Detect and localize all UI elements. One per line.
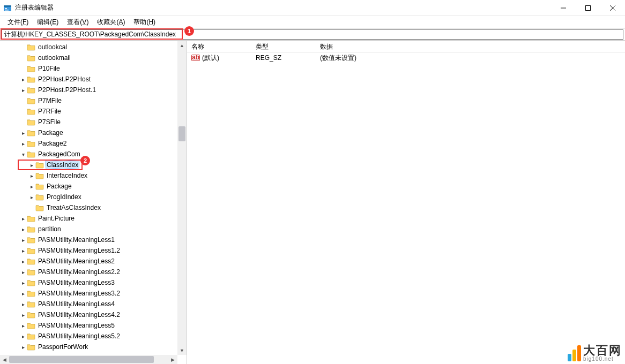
tree-node-label: P7SFile bbox=[37, 118, 62, 126]
tree-node[interactable]: ▸PASMUtility.MeaningLess3.2 bbox=[0, 288, 177, 299]
tree-node[interactable]: outlookmail bbox=[0, 52, 177, 63]
value-name: (默认) bbox=[202, 54, 219, 63]
tree-node-label: P10File bbox=[37, 65, 61, 72]
expand-icon[interactable]: ▸ bbox=[19, 141, 27, 147]
tree-node[interactable]: ▸Paint.Picture bbox=[0, 213, 177, 224]
values-header[interactable]: 名称 类型 数据 bbox=[187, 41, 625, 52]
tree-node[interactable]: ▸P2PHost.P2PHost bbox=[0, 74, 177, 85]
expand-icon[interactable]: ▸ bbox=[19, 291, 27, 297]
menu-favorites[interactable]: 收藏夹(A) bbox=[93, 16, 129, 28]
tree-node[interactable]: TreatAsClassIndex bbox=[0, 202, 177, 213]
values-list[interactable]: ab(默认)REG_SZ(数值未设置) bbox=[187, 52, 625, 63]
tree-node-label: PASMUtility.MeaningLess5.2 bbox=[37, 332, 121, 340]
tree-node[interactable]: P10File bbox=[0, 63, 177, 74]
maximize-button[interactable] bbox=[576, 0, 600, 16]
expand-icon[interactable]: ▸ bbox=[19, 87, 27, 93]
tree-node[interactable]: ▸PASMUtility.MeaningLess2 bbox=[0, 256, 177, 267]
scroll-thumb-h[interactable] bbox=[9, 356, 154, 363]
registry-tree[interactable]: outlookcaloutlookmailP10File▸P2PHost.P2P… bbox=[0, 41, 177, 352]
expand-icon[interactable]: ▸ bbox=[28, 184, 35, 189]
watermark-text-cn: 大百网 bbox=[583, 345, 622, 357]
menu-file[interactable]: 文件(F) bbox=[3, 16, 33, 28]
tree-node-label: outlookcal bbox=[37, 43, 68, 51]
tree-node-label: PASMUtility.MeaningLess1 bbox=[37, 236, 116, 244]
menu-help[interactable]: 帮助(H) bbox=[129, 16, 160, 28]
column-type[interactable]: 类型 bbox=[251, 41, 316, 52]
tree-node[interactable]: P7RFile bbox=[0, 106, 177, 117]
tree-node-label: PASMUtility.MeaningLess2 bbox=[37, 257, 116, 265]
scroll-down-icon[interactable]: ▼ bbox=[177, 346, 187, 355]
scroll-right-icon[interactable]: ▶ bbox=[168, 355, 177, 364]
tree-node-label: PassportForWork bbox=[37, 343, 89, 351]
tree-vertical-scrollbar[interactable]: ▲ ▼ bbox=[177, 41, 187, 355]
tree-node[interactable]: ▸PASMUtility.MeaningLess5.2 bbox=[0, 331, 177, 342]
expand-icon[interactable]: ▸ bbox=[28, 194, 35, 200]
tree-node[interactable]: ▸PASMUtility.MeaningLess3 bbox=[0, 277, 177, 288]
tree-node[interactable]: ▸PassportForWork bbox=[0, 342, 177, 352]
menu-bar: 文件(F) 编辑(E) 查看(V) 收藏夹(A) 帮助(H) bbox=[0, 16, 625, 29]
tree-node[interactable]: P7MFile bbox=[0, 95, 177, 106]
expand-icon[interactable]: ▸ bbox=[19, 130, 27, 136]
tree-node[interactable]: ▸partition bbox=[0, 224, 177, 234]
expand-icon[interactable]: ▸ bbox=[19, 323, 27, 329]
tree-node[interactable]: outlookcal bbox=[0, 42, 177, 52]
tree-node[interactable]: ▸PASMUtility.MeaningLess1 bbox=[0, 234, 177, 245]
expand-icon[interactable]: ▸ bbox=[28, 162, 35, 168]
expand-icon[interactable]: ▸ bbox=[19, 280, 27, 286]
tree-node-label: PASMUtility.MeaningLess1.2 bbox=[37, 247, 121, 254]
value-row[interactable]: ab(默认)REG_SZ(数值未设置) bbox=[187, 52, 625, 63]
annotation-badge-1: 1 bbox=[184, 26, 194, 36]
svg-text:ab: ab bbox=[192, 54, 199, 61]
expand-icon[interactable]: ▸ bbox=[19, 301, 27, 307]
expand-icon[interactable]: ▸ bbox=[19, 237, 27, 243]
svg-rect-4 bbox=[586, 5, 591, 10]
tree-node[interactable]: ▸Package2 bbox=[0, 138, 177, 149]
expand-icon[interactable]: ▸ bbox=[19, 248, 27, 254]
scroll-left-icon[interactable]: ◀ bbox=[0, 355, 9, 364]
tree-node-label: PASMUtility.MeaningLess3 bbox=[37, 279, 116, 286]
tree-node-label: P2PHost.P2PHost bbox=[37, 75, 92, 83]
svg-rect-1 bbox=[4, 5, 11, 7]
tree-node[interactable]: ▸Package bbox=[0, 127, 177, 138]
column-data[interactable]: 数据 bbox=[316, 41, 477, 52]
tree-node[interactable]: P7SFile bbox=[0, 117, 177, 127]
tree-node-label: PASMUtility.MeaningLess5 bbox=[37, 322, 116, 329]
tree-node[interactable]: ▸Package bbox=[0, 181, 177, 192]
tree-node[interactable]: ▸P2PHost.P2PHost.1 bbox=[0, 85, 177, 95]
expand-icon[interactable]: ▸ bbox=[19, 77, 27, 82]
column-name[interactable]: 名称 bbox=[187, 41, 251, 52]
tree-node-label: Paint.Picture bbox=[37, 215, 76, 222]
tree-node[interactable]: ▸PASMUtility.MeaningLess4 bbox=[0, 299, 177, 309]
tree-node[interactable]: ▸PASMUtility.MeaningLess4.2 bbox=[0, 309, 177, 320]
annotation-badge-2: 2 bbox=[80, 156, 90, 165]
address-input[interactable]: 计算机\HKEY_CLASSES_ROOT\PackagedCom\ClassI… bbox=[2, 29, 623, 40]
svg-rect-3 bbox=[5, 10, 9, 11]
minimize-button[interactable] bbox=[551, 0, 576, 16]
expand-icon[interactable]: ▸ bbox=[19, 259, 27, 264]
tree-node[interactable]: ▸PASMUtility.MeaningLess5 bbox=[0, 320, 177, 331]
tree-node-label: PackagedCom bbox=[37, 150, 81, 158]
value-data: (数值未设置) bbox=[320, 54, 356, 63]
tree-node[interactable]: ▸PASMUtility.MeaningLess1.2 bbox=[0, 245, 177, 256]
tree-node-label: PASMUtility.MeaningLess3.2 bbox=[37, 290, 121, 297]
expand-icon[interactable]: ▸ bbox=[28, 173, 35, 179]
menu-view[interactable]: 查看(V) bbox=[63, 16, 93, 28]
expand-icon[interactable]: ▸ bbox=[19, 226, 27, 232]
tree-node[interactable]: ▸InterfaceIndex bbox=[0, 170, 177, 181]
tree-node[interactable]: ▸ProgIdIndex bbox=[0, 192, 177, 202]
tree-node-label: InterfaceIndex bbox=[46, 172, 88, 179]
expand-icon[interactable]: ▸ bbox=[19, 216, 27, 222]
scroll-up-icon[interactable]: ▲ bbox=[177, 41, 187, 50]
tree-node[interactable]: ▸PASMUtility.MeaningLess2.2 bbox=[0, 267, 177, 277]
scroll-thumb[interactable] bbox=[178, 126, 185, 141]
close-button[interactable] bbox=[600, 0, 625, 16]
expand-icon[interactable]: ▸ bbox=[19, 333, 27, 339]
tree-node-label: Package bbox=[46, 183, 73, 190]
expand-icon[interactable]: ▸ bbox=[19, 344, 27, 350]
expand-icon[interactable]: ▸ bbox=[19, 312, 27, 318]
expand-icon[interactable]: ▸ bbox=[19, 269, 27, 275]
expand-icon[interactable]: ▾ bbox=[19, 151, 27, 157]
menu-edit[interactable]: 编辑(E) bbox=[33, 16, 63, 28]
watermark-logo: 大百网 big100.net bbox=[568, 345, 622, 362]
tree-horizontal-scrollbar[interactable]: ◀ ▶ bbox=[0, 355, 177, 364]
